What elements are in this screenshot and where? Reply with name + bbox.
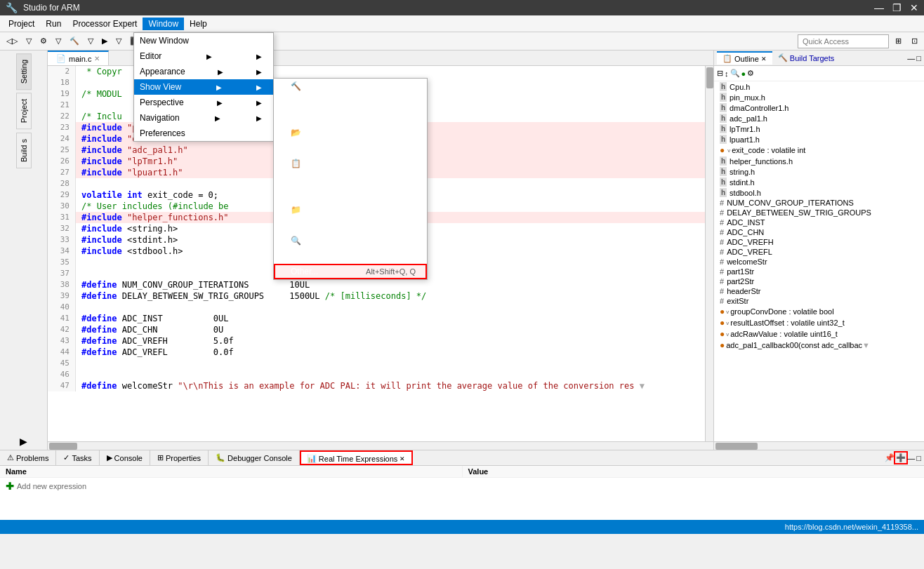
submenu-item-properties[interactable]: ⊞ Properties [274, 217, 427, 233]
outline-item-stdbool[interactable]: h stdbool.h [714, 187, 924, 198]
submenu-item-icon: ⊞ [291, 220, 298, 230]
bottom-pin-btn[interactable]: 📌 [885, 453, 895, 462]
left-panel-item-project[interactable]: Project [16, 93, 32, 129]
outline-item-helper[interactable]: h helper_functions.h [714, 156, 924, 166]
right-panel-minimize[interactable]: — [907, 54, 915, 62]
menu-item-show-view[interactable]: Show View ▶ 🔨 Build Targets ⚙ Components… [134, 79, 273, 95]
menu-help[interactable]: Help [184, 18, 213, 30]
tab-close[interactable]: ✕ [400, 455, 405, 462]
toolbar-quick-btn-1[interactable]: ⊞ [892, 34, 905, 48]
minimize-button[interactable]: — [874, 2, 884, 13]
outline-settings-btn[interactable]: ⚙ [747, 69, 754, 78]
toolbar-btn-7[interactable]: ▶ [98, 34, 111, 48]
tab-outline[interactable]: 📋 Outline ✕ [717, 51, 772, 65]
submenu-item-other[interactable]: Other... Alt+Shift+Q, Q [274, 264, 427, 279]
outline-item-delay[interactable]: # DELAY_BETWEEN_SW_TRIG_GROUPS [714, 208, 924, 217]
editor-scrollbar[interactable] [705, 66, 713, 441]
outline-item-adc-vrefl[interactable]: # ADC_VREFL [714, 247, 924, 257]
submenu-item-build-targets[interactable]: 🔨 Build Targets [274, 79, 427, 94]
submenu-item-include-browser[interactable]: 📂 Include Browser [274, 125, 427, 140]
submenu-item-search[interactable]: 🔍 Search Alt+Shift+Q, S [274, 233, 427, 248]
submenu-item-navigator[interactable]: 🗂 Navigator [274, 140, 427, 156]
outline-item-part2str[interactable]: # part2Str [714, 276, 924, 286]
menu-item-editor[interactable]: Editor ▶ [134, 48, 273, 64]
submenu-item-outline[interactable]: 📋 Outline Alt+Shift+Q, O [274, 156, 427, 171]
submenu-item-tasks[interactable]: ✓ Tasks [274, 248, 427, 264]
outline-item-lptmr[interactable]: h lpTmr1.h [714, 123, 924, 134]
tab-problems[interactable]: ⚠ Problems [0, 450, 56, 465]
outline-item-groupconvdone[interactable]: ●v groupConvDone : volatile bool [714, 306, 924, 317]
tab-console[interactable]: ▶ Console [100, 450, 150, 465]
menu-run[interactable]: Run [40, 18, 67, 30]
toolbar-btn-1[interactable]: ◁▷ [3, 34, 21, 48]
menu-item-perspective[interactable]: Perspective ▶ [134, 95, 273, 110]
left-panel-item-setting[interactable]: Setting [16, 53, 32, 90]
outline-item-exitstr[interactable]: # exitStr [714, 296, 924, 306]
outline-item-resultlastoffset[interactable]: ●v resultLastOffset : volatile uint32_t [714, 317, 924, 328]
outline-item-stdint[interactable]: h stdint.h [714, 177, 924, 187]
submenu-item-components[interactable]: ⚙ Components [274, 94, 427, 109]
outline-item-string[interactable]: h string.h [714, 166, 924, 177]
toolbar-btn-2[interactable]: ▽ [22, 34, 35, 48]
tab-build-targets[interactable]: 🔨 Build Targets [772, 51, 840, 65]
right-hscrollbar-thumb[interactable] [715, 443, 758, 450]
menu-window[interactable]: Window [143, 18, 184, 30]
toolbar-btn-8[interactable]: ▽ [112, 34, 125, 48]
left-panel-item-builds[interactable]: Build s [16, 133, 32, 168]
quick-access-input[interactable] [798, 34, 889, 48]
bottom-add-expression-btn[interactable]: ➕ [896, 453, 906, 462]
outline-item-adc-inst[interactable]: # ADC_INST [714, 217, 924, 227]
menu-processor-expert[interactable]: Processor Expert [67, 18, 143, 30]
outline-item-exit-code[interactable]: ●v exit_code : volatile int [714, 145, 924, 156]
outline-filter-btn[interactable]: 🔍 [730, 69, 740, 78]
submenu-item-problems[interactable]: ⚠ Problems Alt+Shift+Q, X [274, 187, 427, 202]
tab-debugger-console[interactable]: 🐛 Debugger Console [209, 450, 300, 465]
toolbar-quick-btn-2[interactable]: ⊡ [908, 34, 921, 48]
add-expression-row[interactable]: ✚ Add new expression [0, 478, 924, 495]
outline-item-lpuart[interactable]: h lpuart1.h [714, 134, 924, 145]
menu-item-navigation[interactable]: Navigation ▶ [134, 110, 273, 126]
tab-properties[interactable]: ⊞ Properties [150, 450, 209, 465]
outline-item-num-conv[interactable]: # NUM_CONV_GROUP_ITERATIONS [714, 198, 924, 208]
outline-item-adc-vrefh[interactable]: # ADC_VREFH [714, 237, 924, 247]
maximize-button[interactable]: ❐ [892, 2, 902, 13]
outline-green-btn[interactable]: ● [741, 69, 746, 78]
outline-label: adc_pal1.h [730, 114, 767, 123]
toolbar-btn-5[interactable]: 🔨 [66, 34, 83, 48]
right-panel-maximize[interactable]: □ [916, 54, 921, 62]
bottom-maximize-btn[interactable]: □ [916, 454, 921, 462]
outline-item-part1str[interactable]: # part1Str [714, 267, 924, 276]
outline-item-cpu-h[interactable]: h Cpu.h [714, 81, 924, 92]
tab-real-time-expressions[interactable]: 📊 Real Time Expressions ✕ [300, 450, 414, 465]
submenu-other-shortcut: Alt+Shift+Q, Q [366, 267, 416, 276]
editor-tab-main-c[interactable]: 📄 main.c ✕ [48, 51, 109, 65]
menu-project[interactable]: Project [3, 18, 40, 30]
left-panel-expand[interactable]: ▶ [20, 436, 27, 447]
menu-item-preferences[interactable]: Preferences [134, 126, 273, 141]
hscrollbar-thumb[interactable] [49, 443, 77, 450]
menu-item-new-window[interactable]: New Window [134, 33, 273, 48]
menu-item-appearance[interactable]: Appearance ▶ [134, 64, 273, 79]
editor-hscrollbar[interactable] [48, 441, 713, 450]
outline-item-pin-mux[interactable]: h pin_mux.h [714, 92, 924, 102]
right-panel-hscrollbar[interactable] [714, 441, 924, 450]
outline-item-welcomestr[interactable]: # welcomeStr [714, 257, 924, 267]
outline-collapse-btn[interactable]: ⊟ [717, 69, 723, 78]
submenu-item-problem-details[interactable]: ⚠ Problem Details [274, 171, 427, 187]
toolbar-btn-4[interactable]: ▽ [52, 34, 65, 48]
submenu-item-console[interactable]: ▶ Console Alt+Shift+Q, C [274, 109, 427, 125]
outline-item-dma[interactable]: h dmaController1.h [714, 102, 924, 113]
outline-item-callback[interactable]: ● adc_pal1_callback00(const adc_callbac … [714, 340, 924, 351]
close-button[interactable]: ✕ [910, 2, 918, 13]
submenu-item-project-explorer[interactable]: 📁 Project Explorer [274, 202, 427, 217]
toolbar-btn-3[interactable]: ⚙ [37, 34, 51, 48]
outline-item-adc-chn[interactable]: # ADC_CHN [714, 227, 924, 237]
toolbar-btn-6[interactable]: ▽ [84, 34, 97, 48]
bottom-minimize-btn[interactable]: — [907, 454, 915, 462]
outline-sort-btn[interactable]: ↕ [725, 69, 729, 78]
outline-item-adcrawvalue[interactable]: ●v adcRawValue : volatile uint16_t [714, 328, 924, 340]
tab-tasks[interactable]: ✓ Tasks [56, 450, 99, 465]
outline-item-headerstr[interactable]: # headerStr [714, 286, 924, 296]
scrollbar-thumb[interactable] [706, 67, 713, 88]
outline-item-adc[interactable]: h adc_pal1.h [714, 113, 924, 123]
